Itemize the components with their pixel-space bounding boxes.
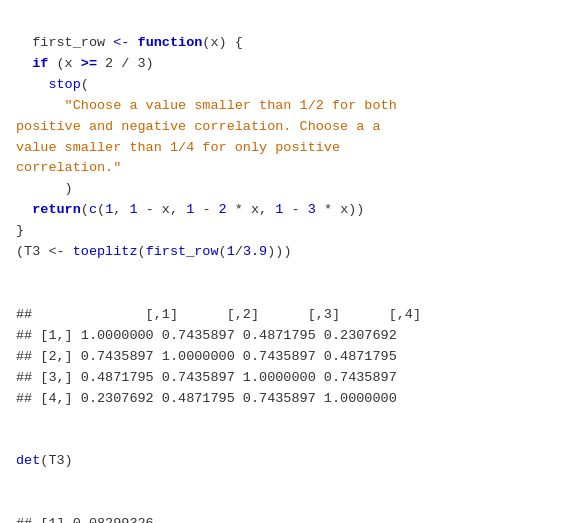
line-1: first_row <- function(x) { [32, 35, 243, 50]
line-11: (T3 <- toeplitz(first_row(1/3.9))) [16, 244, 292, 259]
line-6-string: value smaller than 1/4 for only positive [16, 140, 340, 155]
spacer-1 [16, 263, 567, 284]
line-5-string: positive and negative correlation. Choos… [16, 119, 381, 134]
line-3: stop( [16, 77, 89, 92]
spacer-3 [16, 472, 567, 493]
line-10: } [16, 223, 24, 238]
line-7-string: correlation." [16, 160, 121, 175]
det-function: det(T3) [16, 453, 73, 468]
line-2: if (x >= 2 / 3) [16, 56, 154, 71]
matrix-row-3: ## [3,] 0.4871795 0.7435897 1.0000000 0.… [16, 370, 397, 385]
det-call: det(T3) [16, 430, 567, 472]
spacer-2 [16, 410, 567, 431]
line-4-string: "Choose a value smaller than 1/2 for bot… [16, 98, 397, 113]
matrix-header: ## [,1] [,2] [,3] [,4] [16, 307, 421, 322]
matrix-row-2: ## [2,] 0.7435897 1.0000000 0.7435897 0.… [16, 349, 397, 364]
line-8: ) [16, 181, 73, 196]
matrix-row-4: ## [4,] 0.2307692 0.4871795 0.7435897 1.… [16, 391, 397, 406]
line-9: return(c(1, 1 - x, 1 - 2 * x, 1 - 3 * x)… [16, 202, 364, 217]
matrix-row-1: ## [1,] 1.0000000 0.7435897 0.4871795 0.… [16, 328, 397, 343]
matrix-output: ## [,1] [,2] [,3] [,4] ## [1,] 1.0000000… [16, 284, 567, 410]
det-output: ## [1] 0.08299326 [16, 493, 567, 523]
det-result: ## [1] 0.08299326 [16, 516, 154, 523]
code-block: first_row <- function(x) { if (x >= 2 / … [16, 12, 567, 263]
